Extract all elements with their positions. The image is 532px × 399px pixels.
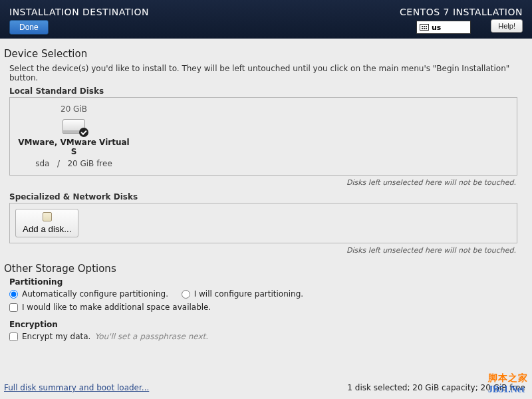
disk-free: 20 GiB free	[67, 159, 112, 168]
radio-auto-partition[interactable]	[9, 290, 18, 299]
keyboard-icon	[420, 24, 429, 31]
done-button[interactable]: Done	[9, 20, 49, 35]
add-disk-label: Add a disk...	[23, 224, 71, 234]
disk-selected-check-icon	[79, 128, 88, 137]
disk-size: 20 GiB	[15, 104, 132, 114]
device-selection-heading: Device Selection	[4, 48, 523, 60]
disk-subinfo: sda / 20 GiB free	[15, 159, 132, 168]
network-disks-panel: Add a disk...	[9, 203, 517, 243]
encryption-hint: You'll set a passphrase next.	[94, 332, 208, 341]
checkbox-reclaim-space-label[interactable]: I would like to make additional space av…	[22, 303, 211, 312]
page-title: INSTALLATION DESTINATION	[9, 7, 149, 17]
local-disks-hint: Disks left unselected here will not be t…	[4, 178, 516, 187]
add-disk-button[interactable]: Add a disk...	[15, 209, 78, 237]
disk-name: VMware, VMware Virtual S	[15, 138, 132, 156]
local-disks-label: Local Standard Disks	[9, 86, 523, 96]
storage-options-heading: Other Storage Options	[4, 263, 523, 275]
installer-brand: CENTOS 7 INSTALLATION	[400, 7, 523, 17]
radio-manual-partition[interactable]	[182, 290, 190, 299]
partitioning-label: Partitioning	[9, 277, 523, 287]
radio-auto-partition-label[interactable]: Automatically configure partitioning.	[22, 289, 168, 299]
keyboard-layout-value: us	[432, 23, 441, 32]
checkbox-reclaim-space[interactable]	[9, 303, 18, 312]
disk-item-sda[interactable]: 20 GiB VMware, VMware Virtual S sda / 20…	[15, 103, 132, 170]
network-disks-label: Specialized & Network Disks	[9, 192, 523, 201]
checkbox-encrypt[interactable]	[9, 332, 18, 341]
disk-dev: sda	[35, 159, 49, 168]
device-selection-desc: Select the device(s) you'd like to insta…	[9, 64, 523, 82]
disk-summary-link[interactable]: Full disk summary and boot loader...	[4, 383, 149, 392]
local-disks-panel: 20 GiB VMware, VMware Virtual S sda / 20…	[9, 97, 517, 176]
help-button[interactable]: Help!	[491, 19, 523, 33]
network-disks-hint: Disks left unselected here will not be t…	[4, 246, 516, 255]
encryption-label: Encryption	[9, 320, 523, 329]
hard-drive-icon	[63, 119, 85, 134]
keyboard-layout-selector[interactable]: us	[416, 21, 471, 34]
disk-sep: /	[57, 159, 60, 168]
add-disk-icon	[43, 212, 52, 221]
checkbox-encrypt-label[interactable]: Encrypt my data.	[22, 332, 90, 341]
selection-status: 1 disk selected; 20 GiB capacity; 20 GiB…	[347, 383, 525, 392]
radio-manual-partition-label[interactable]: I will configure partitioning.	[194, 289, 303, 299]
